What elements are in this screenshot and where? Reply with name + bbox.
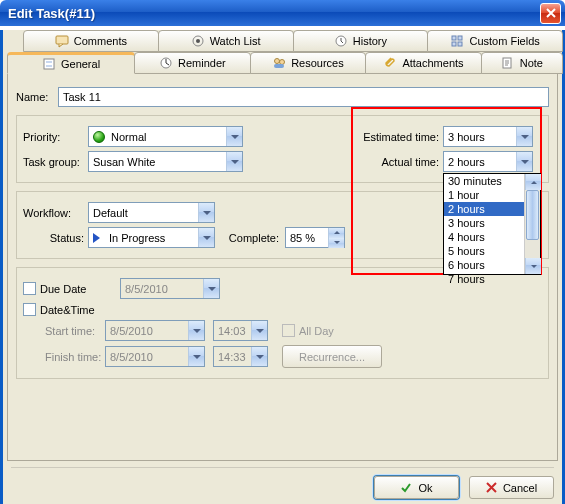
tab-label: Custom Fields bbox=[469, 35, 539, 47]
tab-row-secondary: Comments Watch List History Custom Field… bbox=[3, 30, 562, 52]
svg-rect-10 bbox=[46, 65, 52, 67]
tab-label: History bbox=[353, 35, 387, 47]
dropdown-button[interactable] bbox=[516, 127, 532, 146]
actual-label: Actual time: bbox=[347, 156, 443, 168]
tab-history[interactable]: History bbox=[293, 30, 429, 52]
comments-icon bbox=[55, 34, 69, 48]
general-icon bbox=[42, 57, 56, 71]
reminder-icon bbox=[159, 56, 173, 70]
workflow-value: Default bbox=[93, 207, 198, 219]
general-panel: Name: Priority: Normal Task group: Susan bbox=[7, 73, 558, 461]
taskgroup-label: Task group: bbox=[23, 156, 88, 168]
priority-label: Priority: bbox=[23, 131, 88, 143]
note-icon bbox=[501, 56, 515, 70]
cross-icon bbox=[486, 482, 497, 493]
scroll-thumb[interactable] bbox=[526, 190, 539, 240]
tab-reminder[interactable]: Reminder bbox=[134, 52, 251, 74]
priority-combo[interactable]: Normal bbox=[88, 126, 243, 147]
close-button[interactable] bbox=[540, 3, 561, 24]
actual-time-dropdown[interactable]: 30 minutes1 hour2 hours3 hours4 hours5 h… bbox=[443, 173, 541, 275]
tab-watchlist[interactable]: Watch List bbox=[158, 30, 294, 52]
tab-attachments[interactable]: Attachments bbox=[365, 52, 482, 74]
svg-point-13 bbox=[280, 60, 285, 65]
window-title: Edit Task(#11) bbox=[8, 6, 540, 21]
tab-general[interactable]: General bbox=[7, 52, 135, 74]
svg-rect-14 bbox=[274, 64, 284, 68]
complete-spinner[interactable]: 85 % bbox=[285, 227, 345, 248]
status-combo[interactable]: In Progress bbox=[88, 227, 215, 248]
actual-combo[interactable]: 2 hours bbox=[443, 151, 533, 172]
name-input[interactable] bbox=[58, 87, 549, 107]
tab-label: Comments bbox=[74, 35, 127, 47]
attachments-icon bbox=[383, 56, 397, 70]
scroll-up[interactable] bbox=[525, 174, 541, 190]
starttime-label: Start time: bbox=[45, 325, 105, 337]
cancel-button[interactable]: Cancel bbox=[469, 476, 554, 499]
complete-label: Complete: bbox=[215, 232, 285, 244]
dropdown-button[interactable] bbox=[516, 152, 532, 171]
dropdown-button[interactable] bbox=[226, 127, 242, 146]
svg-point-2 bbox=[196, 39, 200, 43]
svg-rect-5 bbox=[458, 36, 462, 40]
title-bar: Edit Task(#11) bbox=[0, 0, 565, 26]
name-label: Name: bbox=[16, 91, 58, 103]
status-label: Status: bbox=[23, 232, 88, 244]
workflow-label: Workflow: bbox=[23, 207, 88, 219]
tab-resources[interactable]: Resources bbox=[250, 52, 367, 74]
watchlist-icon bbox=[191, 34, 205, 48]
tab-label: Attachments bbox=[402, 57, 463, 69]
tab-label: Reminder bbox=[178, 57, 226, 69]
tab-label: Resources bbox=[291, 57, 344, 69]
recurrence-button: Recurrence... bbox=[282, 345, 382, 368]
dropdown-option[interactable]: 7 hours bbox=[444, 272, 540, 286]
status-inprogress-icon bbox=[93, 233, 105, 243]
svg-point-12 bbox=[275, 59, 280, 64]
dropdown-button[interactable] bbox=[198, 203, 214, 222]
allday-label: All Day bbox=[299, 325, 334, 337]
tab-comments[interactable]: Comments bbox=[23, 30, 159, 52]
status-value: In Progress bbox=[109, 232, 198, 244]
datetime-checkbox[interactable] bbox=[23, 303, 36, 316]
scrollbar[interactable] bbox=[524, 174, 540, 274]
workflow-combo[interactable]: Default bbox=[88, 202, 215, 223]
tab-label: Watch List bbox=[210, 35, 261, 47]
duedate-label: Due Date bbox=[40, 283, 120, 295]
window-body: Comments Watch List History Custom Field… bbox=[0, 30, 565, 504]
scroll-down[interactable] bbox=[525, 258, 541, 274]
button-bar: Ok Cancel bbox=[11, 467, 554, 499]
ok-button[interactable]: Ok bbox=[374, 476, 459, 499]
scroll-track[interactable] bbox=[525, 190, 540, 258]
dropdown-button[interactable] bbox=[198, 228, 214, 247]
resources-icon bbox=[272, 56, 286, 70]
customfields-icon bbox=[450, 34, 464, 48]
starttime-time: 14:03 bbox=[213, 320, 268, 341]
svg-rect-6 bbox=[452, 42, 456, 46]
complete-value: 85 % bbox=[290, 232, 328, 244]
duedate-field: 8/5/2010 bbox=[120, 278, 220, 299]
allday-checkbox bbox=[282, 324, 295, 337]
tab-note[interactable]: Note bbox=[481, 52, 563, 74]
duedate-value: 8/5/2010 bbox=[125, 283, 203, 295]
history-icon bbox=[334, 34, 348, 48]
check-icon bbox=[400, 482, 412, 494]
tab-label: General bbox=[61, 58, 100, 70]
name-row: Name: bbox=[16, 87, 549, 107]
spin-down[interactable] bbox=[328, 238, 344, 248]
finishtime-date: 8/5/2010 bbox=[105, 346, 205, 367]
dropdown-button bbox=[203, 279, 219, 298]
dropdown-button[interactable] bbox=[226, 152, 242, 171]
actual-value: 2 hours bbox=[448, 156, 516, 168]
svg-rect-8 bbox=[44, 59, 54, 69]
taskgroup-combo[interactable]: Susan White bbox=[88, 151, 243, 172]
taskgroup-value: Susan White bbox=[93, 156, 226, 168]
spin-up[interactable] bbox=[328, 228, 344, 238]
estimated-label: Estimated time: bbox=[347, 131, 443, 143]
tab-label: Note bbox=[520, 57, 543, 69]
svg-rect-0 bbox=[56, 36, 68, 44]
tab-row-primary: General Reminder Resources Attachments N… bbox=[3, 52, 562, 74]
tab-customfields[interactable]: Custom Fields bbox=[427, 30, 563, 52]
svg-rect-4 bbox=[452, 36, 456, 40]
finishtime-label: Finish time: bbox=[45, 351, 105, 363]
duedate-checkbox[interactable] bbox=[23, 282, 36, 295]
estimated-combo[interactable]: 3 hours bbox=[443, 126, 533, 147]
